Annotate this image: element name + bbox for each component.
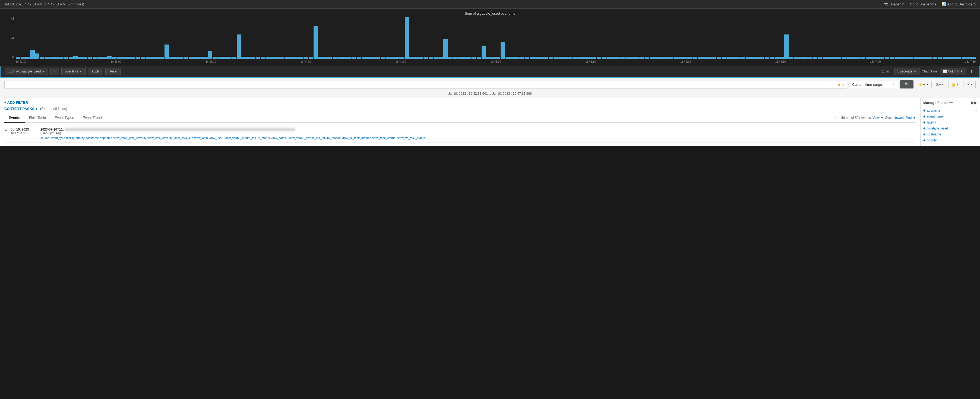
chart-bar-130[interactable] [640,57,644,59]
chart-bar-65[interactable] [328,57,332,59]
chart-bar-137[interactable] [673,57,678,59]
field-link-vmw-esxi-sub[interactable]: vmw_esxi_sub [174,136,193,140]
chart-bar-69[interactable] [347,57,352,59]
chart-bar-92[interactable] [457,57,462,59]
field-link-vmw-opid[interactable]: vmw_opid [194,136,208,140]
field-item-priority[interactable]: + priority [923,137,977,143]
chart-bar-43[interactable] [222,57,227,59]
chart-bar-153[interactable] [750,57,755,59]
chart-bar-29[interactable] [155,57,160,59]
chart-bar-183[interactable] [894,57,899,59]
field-link-source[interactable]: source [40,136,49,140]
chart-bar-77[interactable] [385,57,390,59]
content-packs-label[interactable]: CONTENT PACKS ▾ [4,107,37,111]
chart-bar-191[interactable] [933,57,937,59]
expand-chart-button[interactable]: ⬆ [969,69,975,74]
chart-bar-186[interactable] [909,57,913,59]
chart-bar-73[interactable] [366,57,371,59]
chart-bar-152[interactable] [746,57,750,59]
chart-bar-7[interactable] [49,57,54,59]
chart-bar-20[interactable] [112,57,116,59]
chart-bar-182[interactable] [889,57,894,59]
chart-bar-10[interactable] [64,57,68,59]
search-input[interactable] [7,83,837,87]
chart-bar-85[interactable] [424,57,428,59]
field-link-facility[interactable]: facility [66,136,75,140]
chart-bar-149[interactable] [731,57,736,59]
chart-type-button[interactable]: 📊 Column ▼ [940,68,966,75]
time-range-select[interactable]: Custom time range ▼ [849,81,898,88]
aggregate-button[interactable]: Sum of gigabyte_used ▼ [5,68,48,75]
chart-bar-58[interactable] [294,57,299,59]
chart-bar-66[interactable] [332,57,337,59]
chart-bar-79[interactable] [395,57,399,59]
chart-bar-37[interactable] [193,57,198,59]
chart-bar-91[interactable] [453,57,457,59]
chart-bar-6[interactable] [45,57,49,59]
field-link-event-type[interactable]: event_type [51,136,65,140]
chart-bar-127[interactable] [625,57,630,59]
field-link-vmw-vsan2-device[interactable]: vmw_vsan2_device_init_failure_reason [289,136,341,140]
field-link-priority[interactable]: priority [75,136,84,140]
chart-bars[interactable] [16,17,976,59]
chart-bar-62[interactable] [313,26,318,59]
chart-bar-126[interactable] [621,57,625,59]
chart-bar-5[interactable] [40,57,44,59]
chart-bar-111[interactable] [549,57,553,59]
chart-bar-143[interactable] [702,57,707,59]
chart-bar-50[interactable] [256,57,260,59]
chart-bar-26[interactable] [141,57,145,59]
chart-bar-22[interactable] [121,57,126,59]
field-link-hostname[interactable]: hostname [86,136,99,140]
field-link-vmw-hatask[interactable]: vmw_hatask [271,136,288,140]
chart-bar-64[interactable] [323,57,328,59]
chart-bar-56[interactable] [285,57,290,59]
chart-bar-36[interactable] [189,57,193,59]
chart-bar-115[interactable] [568,57,573,59]
chart-bar-109[interactable] [539,57,544,59]
chart-bar-48[interactable] [246,57,251,59]
add-to-dashboard-button[interactable]: 📊 Add to Dashboard [942,2,976,6]
chart-bar-122[interactable] [601,57,606,59]
chart-bar-21[interactable] [116,57,121,59]
chart-bar-4[interactable] [35,54,40,59]
chart-bar-41[interactable] [213,57,217,59]
chart-bar-142[interactable] [698,57,702,59]
chart-bar-90[interactable] [448,57,453,59]
chart-bar-98[interactable] [486,57,491,59]
chart-bar-131[interactable] [645,57,649,59]
chart-bar-174[interactable] [851,57,856,59]
chart-bar-116[interactable] [573,57,578,59]
chart-bar-102[interactable] [506,57,510,59]
chart-bar-31[interactable] [164,45,169,59]
chart-bar-138[interactable] [678,57,683,59]
chart-bar-132[interactable] [650,57,654,59]
chart-bar-139[interactable] [683,57,688,59]
chart-bar-45[interactable] [232,57,237,59]
chart-bar-144[interactable] [707,57,712,59]
chart-bar-74[interactable] [371,57,376,59]
chart-bar-3[interactable] [30,50,35,59]
chart-bar-96[interactable] [477,57,481,59]
field-item-appname[interactable]: + appname ✏ [923,108,977,113]
chart-bar-187[interactable] [914,57,918,59]
chart-bar-80[interactable] [400,57,404,59]
chart-bar-180[interactable] [880,57,885,59]
chart-bar-71[interactable] [357,57,361,59]
chart-bar-185[interactable] [904,57,908,59]
chart-bar-154[interactable] [755,57,760,59]
chart-bar-40[interactable] [208,51,213,59]
chart-bar-162[interactable] [794,57,798,59]
chart-bar-60[interactable] [304,57,309,59]
chart-bar-99[interactable] [491,57,496,59]
apply-button[interactable]: Apply [88,68,103,75]
chart-bar-148[interactable] [727,57,731,59]
chart-bar-192[interactable] [938,57,942,59]
chart-bar-124[interactable] [611,57,616,59]
chart-bar-13[interactable] [78,57,83,59]
chart-bar-147[interactable] [722,57,726,59]
chart-bar-70[interactable] [352,57,356,59]
chart-bar-175[interactable] [856,57,861,59]
chart-bar-14[interactable] [83,57,88,59]
chart-bar-105[interactable] [520,57,525,59]
